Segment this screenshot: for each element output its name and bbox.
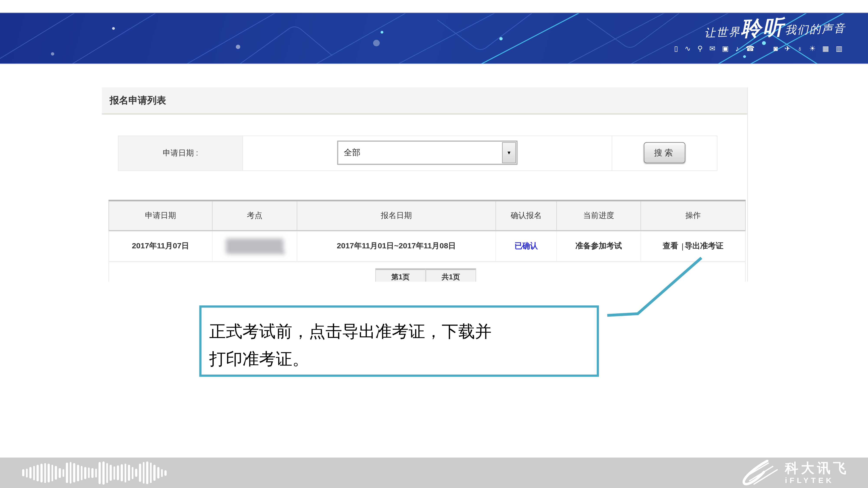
waveform-bar bbox=[22, 469, 24, 476]
waveform-bar bbox=[124, 463, 126, 482]
waveform-bar bbox=[81, 466, 83, 480]
top-banner: 让世界聆听我们的声音 ▯∿⚲✉▣♪☎◙✈♁☀▦▥ bbox=[0, 13, 868, 64]
waveform-bar bbox=[132, 467, 134, 479]
page: 让世界聆听我们的声音 ▯∿⚲✉▣♪☎◙✈♁☀▦▥ 报名申请列表 申请日期 : 全… bbox=[0, 0, 868, 488]
waveform-bar bbox=[92, 468, 94, 478]
waveform-bar bbox=[154, 465, 156, 481]
redacted-mark: ， bbox=[279, 245, 288, 256]
waveform-bar bbox=[62, 469, 64, 477]
waveform-bar bbox=[73, 463, 75, 482]
waveform-bar bbox=[37, 464, 39, 481]
col-header-apply-date: 申请日期 bbox=[109, 201, 213, 230]
col-header-actions: 操作 bbox=[641, 201, 745, 230]
search-button[interactable]: 搜索 bbox=[644, 142, 685, 163]
brand-name-cn: 科大讯飞 bbox=[785, 461, 849, 475]
col-header-confirm: 确认报名 bbox=[496, 201, 557, 230]
waveform-bar bbox=[164, 470, 166, 476]
filter-dropdown-cell: 全部 ▼ bbox=[243, 136, 612, 170]
page-total-button[interactable]: 共1页 bbox=[426, 268, 476, 282]
sun-icon: ☀ bbox=[809, 45, 816, 52]
col-header-test-site: 考点 bbox=[213, 201, 297, 230]
search-icon: ⚲ bbox=[698, 45, 703, 52]
page-current-button[interactable]: 第1页 bbox=[375, 268, 426, 282]
pagination: 第1页 共1页 bbox=[375, 268, 476, 282]
confirmed-link[interactable]: 已确认 bbox=[515, 241, 538, 251]
cell-apply-date: 2017年11月07日 bbox=[109, 231, 213, 261]
callout-line-2: 打印准考证。 bbox=[209, 345, 597, 373]
waveform-bar bbox=[33, 466, 35, 480]
waveform-bar bbox=[157, 467, 159, 479]
cell-reg-period: 2017年11月01日~2017年11月08日 bbox=[297, 231, 496, 261]
waveform-bar bbox=[84, 467, 86, 479]
col-header-reg-period: 报名日期 bbox=[297, 201, 496, 230]
waveform-bar bbox=[161, 469, 163, 477]
footer-bar: 科大讯飞 iFLYTEK bbox=[0, 458, 868, 488]
content-right-border bbox=[747, 88, 748, 282]
waveform-bar bbox=[95, 468, 97, 477]
iflytek-logo: 科大讯飞 iFLYTEK bbox=[736, 458, 849, 488]
waveform-bar bbox=[59, 468, 61, 478]
waveform-bar bbox=[117, 465, 119, 480]
filter-button-cell: 搜索 bbox=[612, 136, 717, 170]
col-header-progress: 当前进度 bbox=[557, 201, 641, 230]
dropdown-arrow-icon[interactable]: ▼ bbox=[502, 142, 516, 163]
phone-icon: ☎ bbox=[746, 45, 754, 52]
waveform-icon: ∿ bbox=[685, 45, 691, 52]
cell-progress: 准备参加考试 bbox=[557, 231, 641, 261]
iflytek-swoosh-icon bbox=[736, 460, 779, 486]
table-header-row: 申请日期 考点 报名日期 确认报名 当前进度 操作 bbox=[108, 201, 746, 231]
brand-name-en: iFLYTEK bbox=[785, 476, 834, 484]
section-header: 报名申请列表 bbox=[102, 88, 747, 115]
apply-date-select[interactable]: 全部 ▼ bbox=[337, 140, 518, 165]
instruction-callout: 正式考试前，点击导出准考证，下载并 打印准考证。 bbox=[199, 305, 599, 377]
mic-icon: ♁ bbox=[797, 45, 803, 52]
tv-icon: ▣ bbox=[722, 45, 729, 52]
waveform-bar bbox=[143, 462, 145, 483]
application-table: 申请日期 考点 报名日期 确认报名 当前进度 操作 2017年11月07日 ， … bbox=[108, 200, 746, 262]
slogan-suffix: 我们的声音 bbox=[785, 22, 846, 36]
waveform-bar bbox=[44, 463, 46, 483]
waveform-bar bbox=[110, 465, 112, 481]
waveform-bar bbox=[146, 461, 148, 484]
waveform-bar bbox=[55, 466, 57, 480]
waveform-bar bbox=[102, 461, 104, 484]
waveform-bar bbox=[139, 464, 141, 482]
waveform-bar bbox=[150, 463, 152, 483]
table-footer-area: 第1页 共1页 bbox=[108, 262, 746, 282]
waveform-bar bbox=[77, 464, 79, 481]
cart-icon: ▦ bbox=[822, 45, 829, 52]
slogan-emphasis: 聆听 bbox=[740, 15, 785, 40]
waveform-bar bbox=[114, 466, 116, 479]
slogan-prefix: 让世界 bbox=[704, 26, 741, 39]
waveform-bar bbox=[26, 468, 28, 477]
waveform-bar bbox=[66, 463, 68, 483]
callout-line-1: 正式考试前，点击导出准考证，下载并 bbox=[209, 318, 597, 345]
apply-date-select-value: 全部 bbox=[344, 148, 361, 158]
apply-date-filter-label: 申请日期 : bbox=[119, 136, 243, 170]
cell-confirm-status: 已确认 bbox=[496, 231, 557, 261]
cell-test-site: ， bbox=[213, 231, 297, 261]
waveform-bar bbox=[106, 463, 108, 483]
export-admission-ticket-link[interactable]: 导出准考证 bbox=[685, 241, 723, 251]
waveform-bar bbox=[128, 465, 130, 481]
waveform-bar bbox=[121, 464, 123, 481]
audio-waveform-icon bbox=[22, 458, 166, 488]
page-title: 报名申请列表 bbox=[102, 94, 166, 107]
waveform-bar bbox=[48, 463, 50, 482]
banner-icon-row: ▯∿⚲✉▣♪☎◙✈♁☀▦▥ bbox=[674, 45, 842, 52]
view-link[interactable]: 查看 bbox=[663, 241, 678, 251]
filter-bar: 申请日期 : 全部 ▼ 搜索 bbox=[118, 135, 717, 171]
waveform-bar bbox=[52, 464, 53, 481]
waveform-bar bbox=[40, 463, 42, 482]
mobile-icon: ▯ bbox=[674, 45, 678, 52]
music-icon: ♪ bbox=[736, 45, 739, 52]
table-row: 2017年11月07日 ， 2017年11月01日~2017年11月08日 已确… bbox=[108, 231, 746, 262]
waveform-bar bbox=[88, 467, 90, 478]
waveform-bar bbox=[135, 469, 137, 477]
mail-icon: ✉ bbox=[709, 45, 715, 52]
plane-icon: ✈ bbox=[784, 45, 790, 52]
iflytek-brand-text: 科大讯飞 iFLYTEK bbox=[785, 461, 849, 484]
chat-icon: ◙ bbox=[773, 45, 778, 52]
waveform-bar bbox=[70, 462, 72, 483]
cell-actions: 查看|导出准考证 bbox=[641, 231, 745, 261]
